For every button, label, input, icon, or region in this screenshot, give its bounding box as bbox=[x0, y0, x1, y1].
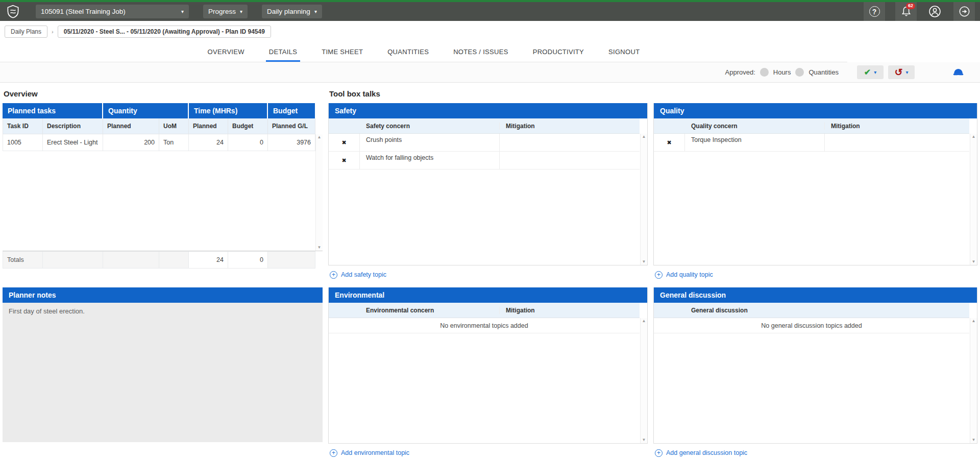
vertical-scrollbar[interactable]: ▲ ▼ bbox=[315, 134, 323, 251]
logout-button[interactable] bbox=[953, 2, 975, 21]
scroll-down-icon[interactable]: ▼ bbox=[972, 260, 976, 264]
details-content: Overview Planned tasks Quantity Time (MH… bbox=[0, 83, 980, 458]
safety-concern-text: Watch for falling objects bbox=[360, 152, 500, 169]
tab-time-sheet[interactable]: TIME SHEET bbox=[318, 42, 366, 62]
quality-panel-title: Quality bbox=[654, 103, 977, 118]
delete-icon[interactable]: ✖ bbox=[341, 140, 346, 145]
delete-icon[interactable]: ✖ bbox=[667, 140, 671, 145]
app-logo[interactable] bbox=[4, 3, 21, 20]
project-selector-label: 105091 (Steel Training Job) bbox=[41, 8, 126, 15]
cell-uom: Ton bbox=[159, 134, 189, 151]
approval-toolbar: Approved: Hours Quantities ✔ ▾ ↺ ▾ bbox=[0, 62, 980, 83]
col-environmental-mitigation: Mitigation bbox=[500, 307, 640, 314]
tab-signout[interactable]: SIGNOUT bbox=[605, 42, 643, 62]
account-button[interactable] bbox=[924, 2, 945, 21]
table-row: 1005 Erect Steel - Light 200 Ton 24 0 39… bbox=[3, 134, 315, 151]
cell-description: Erect Steel - Light bbox=[43, 134, 103, 151]
daily-planning-selector-label: Daily planning bbox=[267, 8, 310, 15]
toolbox-title: Tool box talks bbox=[329, 89, 648, 99]
plus-circle-icon: + bbox=[330, 271, 337, 279]
hours-label: Hours bbox=[773, 68, 791, 76]
environmental-empty-state: No environmental topics added bbox=[329, 318, 640, 333]
scroll-up-icon[interactable]: ▲ bbox=[642, 135, 646, 139]
scroll-up-icon[interactable]: ▲ bbox=[642, 319, 646, 323]
cell-time-budget: 0 bbox=[228, 134, 268, 151]
col-qty-planned: Planned bbox=[103, 118, 159, 134]
cell-task-id: 1005 bbox=[3, 134, 43, 151]
group-time-mhrs: Time (MHRs) bbox=[188, 103, 267, 118]
help-icon: ? bbox=[869, 6, 880, 17]
col-environmental-concern: Environmental concern bbox=[360, 307, 500, 314]
totals-label: Totals bbox=[3, 252, 43, 269]
unapprove-button[interactable]: ↺ ▾ bbox=[888, 65, 915, 79]
top-app-bar: 105091 (Steel Training Job) ▾ Progress ▾… bbox=[0, 2, 980, 21]
breadcrumb-current-plan[interactable]: 05/11/2020 - Steel S... - 05/11/2020 (Aw… bbox=[58, 26, 271, 38]
environmental-subheader: Environmental concern Mitigation bbox=[329, 303, 640, 318]
hardhat-button[interactable] bbox=[952, 66, 965, 79]
general-discussion-empty-state: No general discussion topics added bbox=[654, 318, 969, 333]
scroll-down-icon[interactable]: ▼ bbox=[972, 438, 976, 442]
breadcrumb-daily-plans[interactable]: Daily Plans bbox=[5, 26, 47, 38]
scroll-up-icon[interactable]: ▲ bbox=[317, 135, 322, 139]
tab-quantities[interactable]: QUANTITIES bbox=[384, 42, 432, 62]
col-quality-concern: Quality concern bbox=[685, 123, 825, 130]
scroll-up-icon[interactable]: ▲ bbox=[972, 135, 976, 139]
cell-planned-gl: 3976 bbox=[268, 134, 315, 151]
notifications-button[interactable]: 62 bbox=[895, 2, 917, 21]
project-selector[interactable]: 105091 (Steel Training Job) ▾ bbox=[36, 5, 189, 18]
planner-notes-text: First day of steel erection. bbox=[3, 303, 323, 442]
add-quality-topic-link[interactable]: + Add quality topic bbox=[655, 270, 977, 280]
approved-label: Approved: bbox=[725, 68, 755, 76]
group-budget: Budget bbox=[267, 103, 315, 118]
vertical-scrollbar[interactable]: ▲ ▼ bbox=[640, 134, 647, 265]
tab-details[interactable]: DETAILS bbox=[266, 42, 300, 62]
quality-subheader: Quality concern Mitigation bbox=[654, 118, 969, 134]
vertical-scrollbar[interactable]: ▲ ▼ bbox=[970, 318, 977, 443]
chevron-down-icon[interactable]: ▾ bbox=[874, 69, 876, 75]
plus-circle-icon: + bbox=[655, 271, 663, 279]
add-safety-topic-link[interactable]: + Add safety topic bbox=[330, 270, 648, 280]
overview-column: Overview Planned tasks Quantity Time (MH… bbox=[3, 83, 323, 458]
col-safety-mitigation: Mitigation bbox=[500, 123, 640, 130]
vertical-scrollbar[interactable]: ▲ ▼ bbox=[970, 134, 977, 265]
progress-selector[interactable]: Progress ▾ bbox=[203, 5, 248, 18]
quality-panel: Quality Quality concern Mitigation ✖ Tor… bbox=[653, 103, 977, 265]
tab-overview[interactable]: OVERVIEW bbox=[205, 42, 248, 62]
planned-tasks-totals: Totals 24 0 bbox=[3, 251, 315, 269]
scroll-up-icon[interactable]: ▲ bbox=[972, 319, 976, 323]
planned-tasks-body: 1005 Erect Steel - Light 200 Ton 24 0 39… bbox=[3, 134, 323, 252]
safety-row: ✖ Crush points bbox=[329, 134, 640, 152]
col-planned-gl: Planned G/L bbox=[268, 118, 315, 134]
cell-time-planned: 24 bbox=[189, 134, 228, 151]
shield-logo-icon bbox=[6, 5, 20, 18]
chevron-down-icon: ▾ bbox=[314, 9, 317, 14]
tab-notes-issues[interactable]: NOTES / ISSUES bbox=[450, 42, 511, 62]
approve-button[interactable]: ✔ ▾ bbox=[857, 65, 884, 79]
add-general-discussion-topic-link[interactable]: + Add general discussion topic bbox=[655, 448, 977, 458]
hours-approval-indicator bbox=[760, 68, 769, 77]
add-environmental-topic-link[interactable]: + Add environmental topic bbox=[330, 448, 648, 458]
help-button[interactable]: ? bbox=[864, 2, 885, 21]
chevron-down-icon: ▾ bbox=[240, 9, 242, 14]
tab-productivity[interactable]: PRODUCTIVITY bbox=[530, 42, 587, 62]
scroll-down-icon[interactable]: ▼ bbox=[642, 438, 646, 442]
scroll-down-icon[interactable]: ▼ bbox=[642, 260, 646, 264]
planned-tasks-header: Planned tasks Quantity Time (MHRs) Budge… bbox=[3, 103, 315, 118]
vertical-scrollbar[interactable]: ▲ ▼ bbox=[640, 318, 647, 443]
col-general-discussion: General discussion bbox=[685, 307, 969, 314]
planner-notes-panel: Planner notes First day of steel erectio… bbox=[3, 287, 323, 442]
safety-row: ✖ Watch for falling objects bbox=[329, 152, 640, 169]
planner-notes-title: Planner notes bbox=[3, 287, 323, 303]
group-quantity: Quantity bbox=[103, 103, 188, 118]
progress-selector-label: Progress bbox=[208, 8, 236, 15]
notification-badge: 62 bbox=[906, 3, 915, 9]
chevron-down-icon[interactable]: ▾ bbox=[905, 69, 908, 75]
delete-icon[interactable]: ✖ bbox=[341, 158, 346, 163]
totals-time-budget: 0 bbox=[228, 252, 268, 269]
general-discussion-panel: General discussion General discussion No… bbox=[653, 287, 977, 444]
cell-qty-planned: 200 bbox=[103, 134, 159, 151]
scroll-down-icon[interactable]: ▼ bbox=[317, 246, 322, 250]
group-planned-tasks: Planned tasks bbox=[3, 103, 103, 118]
safety-mitigation-text bbox=[500, 134, 640, 151]
daily-planning-selector[interactable]: Daily planning ▾ bbox=[262, 5, 322, 18]
